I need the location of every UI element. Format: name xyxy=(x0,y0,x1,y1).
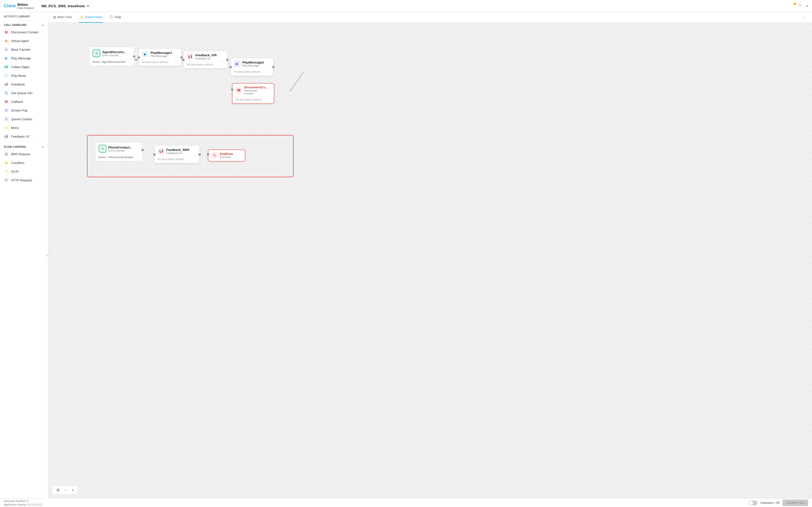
notification-dot xyxy=(794,3,796,5)
disconnect-co-subtitle: DisconnectContact xyxy=(244,89,268,95)
disconnect-co-header: ☎ DisconnectCo... DisconnectContact xyxy=(233,83,274,97)
condition-label: Condition xyxy=(11,161,24,165)
sidebar-item-play-message[interactable]: ▶ Play Message xyxy=(0,54,48,62)
sidebar-item-bre-request[interactable]: ⊟ BRE Request xyxy=(0,150,48,158)
zoom-out-button[interactable]: − xyxy=(63,487,68,493)
callback-label: Callback xyxy=(11,100,23,104)
call-handling-section: CALL HANDLING ▲ xyxy=(0,21,48,28)
main-flow-label: Main Flow xyxy=(57,15,72,19)
app-version-text: Application Version: 0.1.111-0 ⓘ xyxy=(4,503,43,507)
sidebar-item-http-request[interactable]: </> HTTP Request xyxy=(0,176,48,184)
sidebar-item-disconnect-contact[interactable]: ☎ Disconnect Contact xyxy=(0,28,48,37)
node-output-dot xyxy=(180,56,183,59)
play-message1-desc: No description defined xyxy=(139,59,181,66)
webex-brand: Webex Flow Designer xyxy=(17,3,34,9)
callback-icon: ☎ xyxy=(4,99,9,104)
call-handling-collapse[interactable]: ▲ xyxy=(42,23,44,26)
screen-pop-icon: ⊡ xyxy=(4,108,9,113)
end-flow-header: ✕ EndFlow End Flow xyxy=(208,150,245,161)
node-output-dot xyxy=(198,153,201,156)
feedback-sms-icon: 📢 xyxy=(158,148,164,155)
sidebar-item-condition[interactable]: ◑ Condition xyxy=(0,158,48,167)
disconnect-contact-label: Disconnect Contact xyxy=(11,31,39,34)
validation-toggle[interactable] xyxy=(749,501,757,505)
sidebar-item-callback[interactable]: ☎ Callback xyxy=(0,97,48,106)
goto-label: GoTo xyxy=(11,170,18,173)
sidebar-item-play-music[interactable]: ♪ Play Music xyxy=(0,71,48,80)
node-output-dot xyxy=(226,59,229,61)
tab-event-flows[interactable]: ⚡ Event Flows xyxy=(79,12,103,23)
sidebar-item-screen-pop[interactable]: ⊡ Screen Pop xyxy=(0,106,48,115)
svg-line-3 xyxy=(290,72,303,92)
collect-digits-label: Collect Digits xyxy=(11,65,30,69)
sidebar-item-virtual-agent[interactable]: ◉ Virtual Agent xyxy=(0,37,48,45)
feedback-ivr-header: 📢 Feedback_IVR Feedback V2 xyxy=(184,51,227,62)
feedback-v2-label: Feedback V2 xyxy=(11,135,30,138)
sidebar-item-menu[interactable]: ≡ Menu xyxy=(0,123,48,132)
end-flow-info: EndFlow End Flow xyxy=(220,152,233,159)
sidebar-item-feedback[interactable]: 📢 Feedback xyxy=(0,80,48,89)
play-message-label: Play Message xyxy=(11,56,31,60)
sidebar-header: ACTIVITY LIBRARY xyxy=(0,12,48,21)
play-message1-node[interactable]: ▶ PlayMessage1 Play Message No descripti… xyxy=(139,49,181,66)
disconnect-contact-icon: ☎ xyxy=(4,30,9,35)
end-flow-node[interactable]: ✕ EndFlow End Flow xyxy=(208,150,245,162)
header-title: IMI_PCS_SMS_travelnow ✏ xyxy=(41,4,89,8)
sidebar-item-queue-contact[interactable]: ✕ Queue Contact xyxy=(0,115,48,123)
help-icon[interactable]: ? xyxy=(799,4,801,8)
phone-contact-node[interactable]: ✕ PhoneContact... Event Handler Event = … xyxy=(95,142,143,161)
feedback-ivr-title: Feedback_IVR xyxy=(195,53,217,57)
node-input-dot xyxy=(182,59,185,61)
feedback-sms-title: Feedback_SMS xyxy=(166,148,189,152)
phone-contact-title: PhoneContact... xyxy=(108,146,132,149)
collect-digits-icon: ⌨ xyxy=(4,64,9,69)
feedback-ivr-node[interactable]: 📢 Feedback_IVR Feedback V2 No descriptio… xyxy=(184,51,227,68)
virtual-agent-label: Virtual Agent xyxy=(11,39,29,43)
settings-button[interactable]: ⚙ xyxy=(55,487,61,493)
header: Cisco Webex Flow Designer IMI_PCS_SMS_tr… xyxy=(0,0,812,12)
play-message-icon: ▶ xyxy=(4,56,9,61)
activity-library-title: ACTIVITY LIBRARY xyxy=(4,15,30,18)
zoom-in-button[interactable]: + xyxy=(70,487,75,493)
sidebar-item-feedback-v2[interactable]: 📢 Feedback V2 xyxy=(0,132,48,141)
node-input-dot xyxy=(230,66,232,68)
goto-icon: ↗ xyxy=(4,169,9,174)
play-message2-icon: ▶ xyxy=(234,60,241,67)
get-queue-info-icon: 🔍 xyxy=(4,91,9,95)
menu-icon: ≡ xyxy=(4,125,9,130)
sidebar-item-collect-digits[interactable]: ⌨ Collect Digits xyxy=(0,62,48,71)
menu-label: Menu xyxy=(11,126,19,130)
feedback-ivr-icon: 📢 xyxy=(187,53,193,60)
agent-disconnect-node[interactable]: ✕ AgentDisconn... Event Handler Event = … xyxy=(89,47,134,66)
main-flow-icon: ⊞ xyxy=(53,15,56,19)
node-input-dot xyxy=(231,89,234,91)
feedback-sms-desc: No description defined xyxy=(155,156,199,163)
disconnect-co-title: DisconnectCo... xyxy=(244,86,268,89)
sidebar-item-get-queue-info[interactable]: 🔍 Get Queue Info xyxy=(0,89,48,97)
flow-control-collapse[interactable]: ▲ xyxy=(42,145,44,148)
sidebar-item-goto[interactable]: ↗ GoTo xyxy=(0,167,48,176)
phone-contact-header: ✕ PhoneContact... Event Handler xyxy=(96,143,142,155)
end-flow-subtitle: End Flow xyxy=(220,156,233,159)
play-music-label: Play Music xyxy=(11,74,27,77)
logout-icon[interactable]: ⇥ xyxy=(805,4,808,8)
disconnect-co-node[interactable]: ☎ DisconnectCo... DisconnectContact No d… xyxy=(232,83,274,104)
tab-main-flow[interactable]: ⊞ Main Flow xyxy=(52,12,73,23)
tabs-menu-dots[interactable]: ⋯ xyxy=(800,14,808,21)
edit-icon[interactable]: ✏ xyxy=(87,4,90,8)
feedback-ivr-info: Feedback_IVR Feedback V2 xyxy=(195,53,217,60)
play-message2-node[interactable]: ▶ PlayMessage2 Play Message No descripti… xyxy=(231,58,273,75)
feedback-sms-node[interactable]: 📢 Feedback_SMS Feedback V2 No descriptio… xyxy=(155,146,199,163)
node-output-dot xyxy=(272,66,274,68)
tabs-right: ⋯ xyxy=(800,15,808,20)
agent-disconnect-title: AgentDisconn... xyxy=(102,50,126,54)
tabs-bar: ⊞ Main Flow ⚡ Event Flows ⓘ Help ⋯ xyxy=(48,12,812,23)
publish-button[interactable]: Publish Flow xyxy=(782,500,808,506)
canvas[interactable]: ✕ AgentDisconn... Event Handler Event = … xyxy=(48,23,812,498)
sidebar-collapse-btn[interactable]: ◀ xyxy=(45,252,48,259)
play-message1-title: PlayMessage1 xyxy=(151,51,172,55)
condition-icon: ◑ xyxy=(4,160,9,165)
canvas-toolbar: ⚙ − + xyxy=(52,486,78,495)
tab-help[interactable]: ⓘ Help xyxy=(109,12,122,23)
sidebar-item-blind-transfer[interactable]: ✦ Blind Transfer xyxy=(0,45,48,54)
